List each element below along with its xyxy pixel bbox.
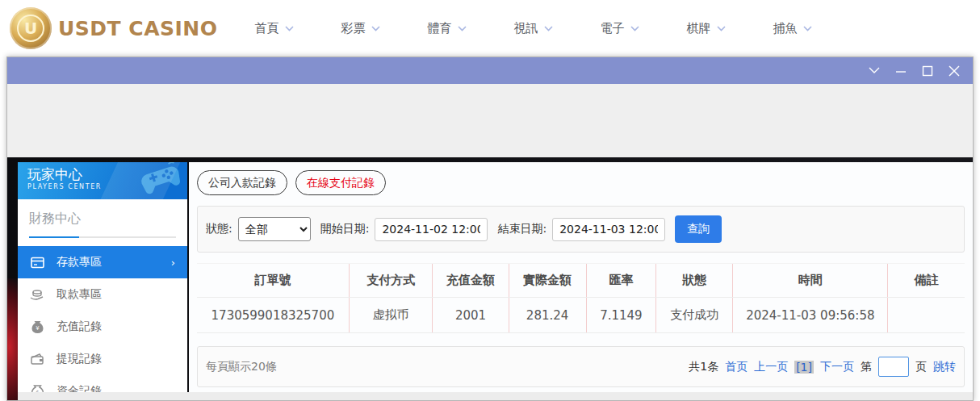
chevron-down-icon [458,26,467,31]
player-center-window: 玩家中心 PLAYERS CENTER 財務中心 [6,56,974,401]
main-nav: 首頁 彩票 體育 視訊 電子 棋牌 捕魚 [255,21,812,36]
close-icon[interactable] [949,65,960,77]
chevron-down-icon [371,26,380,31]
site-navbar: U USDT CASINO 首頁 彩票 體育 視訊 電子 棋牌 捕魚 [0,0,980,56]
payment-records-table: 訂單號 支付方式 充值金額 實際金額 匯率 狀態 時間 備註 173059901… [197,263,965,333]
filter-bar: 狀態: 全部 開始日期: 結束日期: 查詢 [197,206,965,253]
nav-item-fishing[interactable]: 捕魚 [773,21,812,36]
nav-item-video[interactable]: 視訊 [514,21,553,36]
nav-item-lottery[interactable]: 彩票 [341,21,380,36]
sidebar-item-label: 資金記錄 [57,384,102,392]
start-date-input[interactable] [375,218,488,241]
prev-page-link[interactable]: 上一页 [754,360,788,374]
brand-logo-letter: U [17,15,44,42]
chevron-down-icon [803,26,812,31]
jump-link[interactable]: 跳转 [933,360,956,374]
cell-order-no: 1730599018325700 [197,298,349,333]
cell-recharge-amount: 2001 [433,298,509,333]
nav-item-label: 棋牌 [687,21,711,36]
cell-actual-amount: 281.24 [509,298,586,333]
chevron-down-icon [544,26,553,31]
withdraw-wallet-icon [30,353,44,365]
table-header-row: 訂單號 支付方式 充值金額 實際金額 匯率 狀態 時間 備註 [197,264,965,298]
nav-item-label: 電子 [601,21,625,36]
sidebar-item-recharge-records[interactable]: ¥ 充值記錄 [18,311,187,343]
tab-online-payment-records[interactable]: 在線支付記錄 [295,170,386,195]
query-button[interactable]: 查詢 [675,215,722,243]
cell-status: 支付成功 [656,298,733,333]
nav-item-label: 彩票 [341,21,366,36]
cell-remark [888,298,965,333]
sidebar-subtitle: PLAYERS CENTER [27,183,178,190]
sidebar-header: 玩家中心 PLAYERS CENTER [18,162,187,199]
brand-name: USDT CASINO [58,17,218,40]
end-date-label: 結束日期: [497,222,547,236]
nav-item-label: 首頁 [255,21,279,36]
window-empty-area [7,84,973,157]
cell-pay-method: 虚拟币 [349,298,433,333]
sidebar-title: 玩家中心 [27,166,178,183]
page-suffix-label: 页 [915,360,927,374]
gamepad-icon [137,162,184,198]
pagination-bar: 每頁顯示20條 共1条 首页 上一页 [1] 下一页 第 页 跳转 [197,346,965,387]
maximize-icon[interactable] [922,65,933,77]
finance-section: 財務中心 [18,199,187,243]
nav-item-sports[interactable]: 體育 [428,21,467,36]
window-titlebar [7,57,973,84]
sidebar-item-withdraw[interactable]: 取款專區 [18,278,187,311]
pager: 共1条 首页 上一页 [1] 下一页 第 页 跳转 [689,357,956,377]
status-label: 狀態: [206,222,232,236]
deposit-card-icon [30,257,44,269]
header-time: 時間 [733,264,888,298]
player-center-sidebar: 玩家中心 PLAYERS CENTER 財務中心 [18,162,187,392]
funds-bag-icon: $ [30,385,44,392]
total-count: 共1条 [689,360,718,374]
first-page-link[interactable]: 首页 [725,360,748,374]
end-date-input[interactable] [552,218,665,241]
per-page-label: 每頁顯示20條 [206,360,277,374]
current-page: [1] [794,361,814,374]
brand-logo[interactable]: U USDT CASINO [10,7,218,49]
sidebar-item-funds-records[interactable]: $ 資金記錄 [18,375,187,392]
header-exchange-rate: 匯率 [586,264,656,298]
chevron-down-icon [717,26,726,31]
cell-time: 2024-11-03 09:56:58 [733,298,888,333]
chevron-down-icon [630,26,639,31]
nav-item-cards[interactable]: 棋牌 [687,21,726,36]
nav-item-label: 捕魚 [773,21,798,36]
records-main-panel: 公司入款記錄 在線支付記錄 狀態: 全部 開始日期: 結束日期: 查詢 [189,162,973,392]
sidebar-item-deposit[interactable]: 存款專區 › [18,246,187,278]
header-pay-method: 支付方式 [349,264,433,298]
nav-item-home[interactable]: 首頁 [255,21,294,36]
cell-exchange-rate: 7.1149 [586,298,656,333]
tab-company-deposit-records[interactable]: 公司入款記錄 [197,170,287,195]
status-select[interactable]: 全部 [238,217,311,241]
header-status: 狀態 [656,264,733,298]
header-order-no: 訂單號 [197,264,349,298]
minimize-icon[interactable] [895,65,907,77]
record-tabs: 公司入款記錄 在線支付記錄 [197,170,965,195]
page-number-input[interactable] [878,357,909,377]
sidebar-item-label: 存款專區 [57,255,102,269]
nav-item-label: 視訊 [514,21,538,36]
recharge-moneybag-icon: ¥ [30,320,44,333]
sidebar-item-label: 充值記錄 [57,320,102,334]
sidebar-menu: 存款專區 › 取款專區 ¥ 充值記錄 [18,246,187,392]
sidebar-item-label: 提現記錄 [57,352,102,366]
brand-logo-icon: U [10,7,52,49]
sidebar-item-withdraw-records[interactable]: 提現記錄 [18,343,187,375]
withdraw-hand-icon [30,289,44,300]
nav-item-label: 體育 [428,21,452,36]
sidebar-item-label: 取款專區 [57,287,102,302]
chevron-down-icon [285,26,294,31]
start-date-label: 開始日期: [320,222,370,236]
chevron-down-icon[interactable] [869,65,880,77]
window-content: 玩家中心 PLAYERS CENTER 財務中心 [7,157,973,400]
nav-item-slots[interactable]: 電子 [601,21,639,36]
finance-section-title: 財務中心 [29,211,176,228]
table-row: 1730599018325700 虚拟币 2001 281.24 7.1149 … [197,298,965,333]
header-remark: 備註 [888,264,965,298]
header-actual-amount: 實際金額 [509,264,586,298]
next-page-link[interactable]: 下一页 [820,360,854,374]
chevron-right-icon: › [171,257,175,269]
